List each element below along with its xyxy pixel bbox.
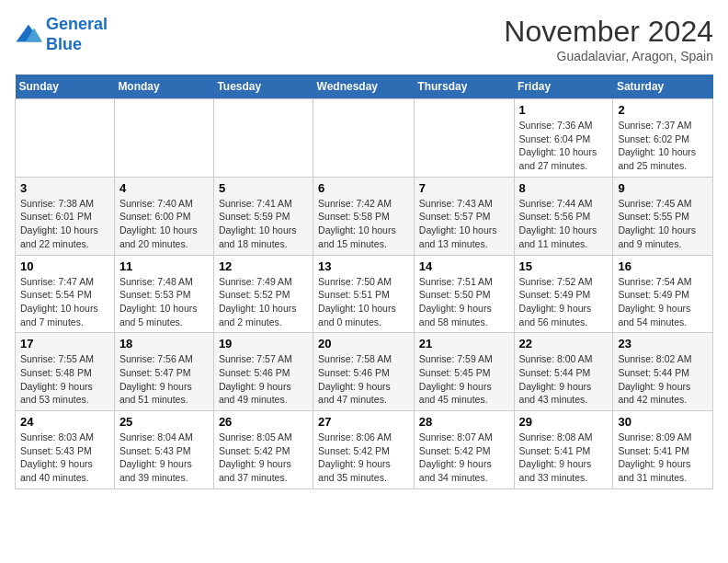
day-number: 3 [20,181,109,195]
weekday-header-wednesday: Wednesday [313,75,415,99]
weekday-header-saturday: Saturday [613,75,713,99]
day-number: 9 [618,181,708,195]
calendar-cell: 2Sunrise: 7:37 AM Sunset: 6:02 PM Daylig… [613,99,713,178]
calendar-cell [313,99,415,178]
day-info: Sunrise: 7:45 AM Sunset: 5:55 PM Dayligh… [618,197,708,251]
day-info: Sunrise: 7:58 AM Sunset: 5:46 PM Dayligh… [318,352,409,407]
day-info: Sunrise: 7:36 AM Sunset: 6:04 PM Dayligh… [519,119,609,173]
logo-icon [15,21,42,49]
day-info: Sunrise: 7:48 AM Sunset: 5:53 PM Dayligh… [119,275,209,329]
calendar-cell: 5Sunrise: 7:41 AM Sunset: 5:59 PM Daylig… [213,177,313,255]
calendar-cell: 16Sunrise: 7:54 AM Sunset: 5:49 PM Dayli… [613,255,713,333]
calendar-cell: 18Sunrise: 7:56 AM Sunset: 5:47 PM Dayli… [114,333,213,411]
calendar-cell: 26Sunrise: 8:05 AM Sunset: 5:42 PM Dayli… [213,411,313,489]
calendar-cell: 17Sunrise: 7:55 AM Sunset: 5:48 PM Dayli… [16,333,115,411]
calendar-header: SundayMondayTuesdayWednesdayThursdayFrid… [16,75,713,99]
day-info: Sunrise: 8:06 AM Sunset: 5:42 PM Dayligh… [318,431,409,485]
calendar-cell: 6Sunrise: 7:42 AM Sunset: 5:58 PM Daylig… [313,177,415,255]
day-info: Sunrise: 7:57 AM Sunset: 5:46 PM Dayligh… [219,352,308,407]
day-info: Sunrise: 7:56 AM Sunset: 5:47 PM Dayligh… [119,352,209,407]
calendar-cell: 28Sunrise: 8:07 AM Sunset: 5:42 PM Dayli… [414,411,514,489]
day-info: Sunrise: 8:00 AM Sunset: 5:44 PM Dayligh… [519,352,609,407]
day-number: 5 [219,181,308,195]
week-row-3: 17Sunrise: 7:55 AM Sunset: 5:48 PM Dayli… [16,333,713,411]
day-number: 11 [119,259,209,273]
calendar-cell: 1Sunrise: 7:36 AM Sunset: 6:04 PM Daylig… [514,99,613,178]
calendar-cell [114,99,213,178]
calendar-cell: 22Sunrise: 8:00 AM Sunset: 5:44 PM Dayli… [514,333,613,411]
logo: General Blue [15,15,108,54]
day-number: 27 [318,415,409,429]
week-row-1: 3Sunrise: 7:38 AM Sunset: 6:01 PM Daylig… [16,177,713,255]
day-info: Sunrise: 7:59 AM Sunset: 5:45 PM Dayligh… [419,352,509,407]
weekday-row: SundayMondayTuesdayWednesdayThursdayFrid… [16,75,713,99]
weekday-header-tuesday: Tuesday [213,75,313,99]
calendar-cell: 23Sunrise: 8:02 AM Sunset: 5:44 PM Dayli… [613,333,713,411]
day-number: 28 [419,415,509,429]
calendar-cell: 14Sunrise: 7:51 AM Sunset: 5:50 PM Dayli… [414,255,514,333]
day-number: 1 [519,103,609,117]
day-info: Sunrise: 7:50 AM Sunset: 5:51 PM Dayligh… [318,275,409,329]
day-info: Sunrise: 7:52 AM Sunset: 5:49 PM Dayligh… [519,275,609,329]
weekday-header-friday: Friday [514,75,613,99]
day-info: Sunrise: 8:04 AM Sunset: 5:43 PM Dayligh… [119,431,209,485]
day-number: 29 [519,415,609,429]
day-number: 13 [318,259,409,273]
day-info: Sunrise: 7:40 AM Sunset: 6:00 PM Dayligh… [119,197,209,251]
week-row-4: 24Sunrise: 8:03 AM Sunset: 5:43 PM Dayli… [16,411,713,489]
calendar-cell: 9Sunrise: 7:45 AM Sunset: 5:55 PM Daylig… [613,177,713,255]
calendar-cell: 21Sunrise: 7:59 AM Sunset: 5:45 PM Dayli… [414,333,514,411]
day-info: Sunrise: 7:55 AM Sunset: 5:48 PM Dayligh… [20,352,109,407]
calendar-cell: 7Sunrise: 7:43 AM Sunset: 5:57 PM Daylig… [414,177,514,255]
weekday-header-sunday: Sunday [16,75,115,99]
day-number: 7 [419,181,509,195]
day-info: Sunrise: 8:08 AM Sunset: 5:41 PM Dayligh… [519,431,609,485]
day-number: 8 [519,181,609,195]
day-number: 14 [419,259,509,273]
page-header: General Blue November 2024 Guadalaviar, … [15,15,713,63]
title-block: November 2024 Guadalaviar, Aragon, Spain [504,15,713,63]
day-info: Sunrise: 7:38 AM Sunset: 6:01 PM Dayligh… [20,197,109,251]
calendar-cell: 27Sunrise: 8:06 AM Sunset: 5:42 PM Dayli… [313,411,415,489]
week-row-0: 1Sunrise: 7:36 AM Sunset: 6:04 PM Daylig… [16,99,713,178]
calendar-cell [213,99,313,178]
weekday-header-monday: Monday [114,75,213,99]
calendar-cell: 3Sunrise: 7:38 AM Sunset: 6:01 PM Daylig… [16,177,115,255]
calendar-cell: 13Sunrise: 7:50 AM Sunset: 5:51 PM Dayli… [313,255,415,333]
logo-text: General Blue [46,15,108,54]
calendar-cell: 25Sunrise: 8:04 AM Sunset: 5:43 PM Dayli… [114,411,213,489]
month-title: November 2024 [504,15,713,49]
day-number: 20 [318,337,409,350]
day-info: Sunrise: 7:41 AM Sunset: 5:59 PM Dayligh… [219,197,308,251]
day-number: 30 [618,415,708,429]
day-info: Sunrise: 7:54 AM Sunset: 5:49 PM Dayligh… [618,275,708,329]
day-info: Sunrise: 7:43 AM Sunset: 5:57 PM Dayligh… [419,197,509,251]
day-info: Sunrise: 8:07 AM Sunset: 5:42 PM Dayligh… [419,431,509,485]
day-info: Sunrise: 8:03 AM Sunset: 5:43 PM Dayligh… [20,431,109,485]
day-info: Sunrise: 7:47 AM Sunset: 5:54 PM Dayligh… [20,275,109,329]
calendar-cell: 24Sunrise: 8:03 AM Sunset: 5:43 PM Dayli… [16,411,115,489]
day-info: Sunrise: 8:02 AM Sunset: 5:44 PM Dayligh… [618,352,708,407]
weekday-header-thursday: Thursday [414,75,514,99]
calendar-cell: 15Sunrise: 7:52 AM Sunset: 5:49 PM Dayli… [514,255,613,333]
day-number: 19 [219,337,308,350]
day-number: 16 [618,259,708,273]
day-number: 23 [618,337,708,350]
day-number: 4 [119,181,209,195]
calendar-table: SundayMondayTuesdayWednesdayThursdayFrid… [15,75,713,489]
day-number: 21 [419,337,509,350]
day-number: 22 [519,337,609,350]
calendar-cell [16,99,115,178]
calendar-cell: 30Sunrise: 8:09 AM Sunset: 5:41 PM Dayli… [613,411,713,489]
day-number: 2 [618,103,708,117]
day-number: 24 [20,415,109,429]
calendar-cell: 20Sunrise: 7:58 AM Sunset: 5:46 PM Dayli… [313,333,415,411]
calendar-cell: 11Sunrise: 7:48 AM Sunset: 5:53 PM Dayli… [114,255,213,333]
day-number: 15 [519,259,609,273]
day-number: 10 [20,259,109,273]
calendar-cell: 29Sunrise: 8:08 AM Sunset: 5:41 PM Dayli… [514,411,613,489]
calendar-cell: 12Sunrise: 7:49 AM Sunset: 5:52 PM Dayli… [213,255,313,333]
calendar-cell: 8Sunrise: 7:44 AM Sunset: 5:56 PM Daylig… [514,177,613,255]
day-info: Sunrise: 8:05 AM Sunset: 5:42 PM Dayligh… [219,431,308,485]
calendar-cell [414,99,514,178]
